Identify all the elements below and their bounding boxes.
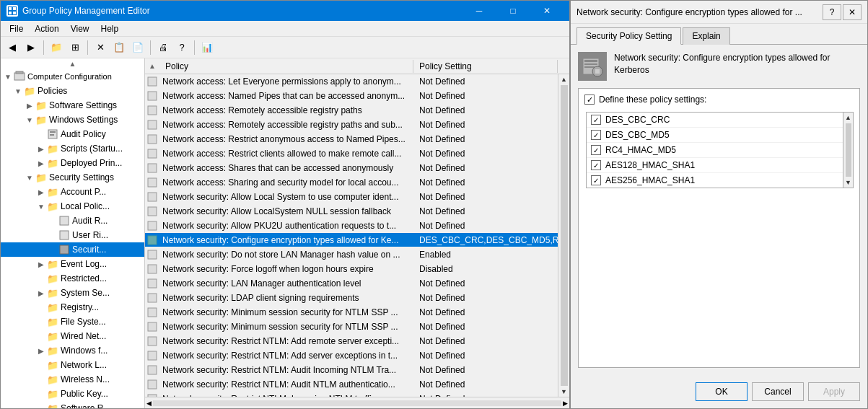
define-policy-checkbox[interactable]: ✓ xyxy=(584,94,595,105)
tree-item-audit-r[interactable]: Audit R... xyxy=(1,214,144,228)
tree-item-scripts[interactable]: ▶ 📁 Scripts (Startu... xyxy=(1,141,144,156)
list-scroll-up[interactable]: ▲ xyxy=(145,61,159,71)
enc-checkbox-des-cbc-md5[interactable]: ✓ xyxy=(591,130,601,140)
tree-item-account-policy[interactable]: ▶ 📁 Account P... xyxy=(1,185,144,199)
list-row[interactable]: Network security: Restrict NTLM: Audit N… xyxy=(145,377,558,392)
tree-item-wireless-n[interactable]: 📁 Wireless N... xyxy=(1,372,144,387)
list-horizontal-scrollbar[interactable]: ◀ ▶ xyxy=(145,397,569,408)
folder-button[interactable]: 📁 xyxy=(48,39,65,56)
enc-scroll-down[interactable]: ▼ xyxy=(843,177,854,188)
tree-item-user-ri[interactable]: User Ri... xyxy=(1,228,144,242)
list-row[interactable]: Network access: Sharing and security mod… xyxy=(145,175,558,190)
menu-bar: File Action View Help xyxy=(1,21,569,37)
enc-scroll-up[interactable]: ▲ xyxy=(843,113,854,123)
tree-item-computer-config[interactable]: ▼ Computer Configuration xyxy=(1,69,144,84)
list-row[interactable]: Network access: Remotely accessible regi… xyxy=(145,103,558,118)
report-button[interactable]: 📊 xyxy=(198,39,216,56)
apply-button[interactable]: Apply xyxy=(808,382,860,401)
list-row[interactable]: Network access: Restrict clients allowed… xyxy=(145,146,558,161)
col-header-policy[interactable]: Policy xyxy=(159,60,413,73)
enc-row-aes256[interactable]: ✓ AES256_HMAC_SHA1 xyxy=(587,173,843,188)
dialog-help-btn[interactable]: ? xyxy=(823,4,841,20)
enc-checkbox-des-cbc-crc[interactable]: ✓ xyxy=(591,115,601,125)
tree-item-file-syste[interactable]: 📁 File Syste... xyxy=(1,315,144,329)
enc-row-des-cbc-crc[interactable]: ✓ DES_CBC_CRC xyxy=(587,113,843,128)
list-row[interactable]: Network access: Restrict anonymous acces… xyxy=(145,132,558,146)
tree-item-wired-net[interactable]: 📁 Wired Net... xyxy=(1,329,144,343)
h-scroll-left-btn[interactable]: ◀ xyxy=(146,400,152,407)
enc-checkbox-aes128[interactable]: ✓ xyxy=(591,160,601,170)
menu-action[interactable]: Action xyxy=(29,22,64,35)
minimize-button[interactable]: ─ xyxy=(463,1,496,21)
copy-button[interactable]: 📋 xyxy=(110,39,128,56)
enc-row-aes128[interactable]: ✓ AES128_HMAC_SHA1 xyxy=(587,158,843,173)
paste-button[interactable]: 📄 xyxy=(129,39,146,56)
tree-item-local-policy[interactable]: ▼ 📁 Local Polic... xyxy=(1,199,144,214)
tree-item-system-se[interactable]: ▶ 📁 System Se... xyxy=(1,286,144,300)
h-scroll-right-btn[interactable]: ▶ xyxy=(563,400,568,407)
list-row[interactable]: Network access: Shares that can be acces… xyxy=(145,161,558,175)
scroll-up-btn[interactable]: ▲ xyxy=(559,74,569,84)
enc-list-scrollbar[interactable]: ▲ ▼ xyxy=(843,112,854,188)
col-header-setting[interactable]: Policy Setting xyxy=(413,60,558,73)
list-row[interactable]: Network access: Let Everyone permissions… xyxy=(145,74,558,89)
tree-item-event-log[interactable]: ▶ 📁 Event Log... xyxy=(1,257,144,271)
list-row[interactable]: Network security: LAN Manager authentica… xyxy=(145,276,558,291)
dialog-close-btn[interactable]: ✕ xyxy=(843,4,862,20)
list-row[interactable]: Network security: Restrict NTLM: Incomin… xyxy=(145,392,558,397)
list-row[interactable]: Network security: Restrict NTLM: Add rem… xyxy=(145,334,558,348)
folder-icon-file-syste: 📁 xyxy=(47,316,58,327)
close-main-button[interactable]: ✕ xyxy=(530,1,564,21)
cut-button[interactable]: ✕ xyxy=(92,39,109,56)
row-icon xyxy=(145,192,159,202)
tab-explain[interactable]: Explain xyxy=(683,27,729,45)
tree-item-registry[interactable]: 📁 Registry... xyxy=(1,300,144,315)
tree-item-windows-settings[interactable]: ▼ 📁 Windows Settings xyxy=(1,113,144,127)
menu-view[interactable]: View xyxy=(65,22,95,35)
list-row[interactable]: Network security: Allow LocalSystem NULL… xyxy=(145,204,558,219)
back-button[interactable]: ◀ xyxy=(4,39,21,56)
tree-item-securit[interactable]: Securit... xyxy=(1,242,144,257)
scroll-down-btn[interactable]: ▼ xyxy=(559,387,569,397)
enc-checkbox-rc4-hmac-md5[interactable]: ✓ xyxy=(591,145,601,155)
menu-file[interactable]: File xyxy=(4,22,29,35)
list-row[interactable]: Network security: Allow Local System to … xyxy=(145,190,558,204)
tree-label-computer-config: Computer Configuration xyxy=(27,72,112,81)
tab-security-policy[interactable]: Security Policy Setting xyxy=(577,27,681,45)
list-row-selected[interactable]: Network security: Configure encryption t… xyxy=(145,233,558,247)
list-row[interactable]: Network security: Restrict NTLM: Add ser… xyxy=(145,348,558,363)
list-row[interactable]: Network security: Do not store LAN Manag… xyxy=(145,247,558,262)
list-row[interactable]: Network security: LDAP client signing re… xyxy=(145,291,558,305)
ok-button[interactable]: OK xyxy=(696,382,748,401)
list-vertical-scrollbar[interactable]: ▲ ▼ xyxy=(558,74,569,397)
tree-item-windows-f[interactable]: ▶ 📁 Windows f... xyxy=(1,343,144,358)
grid-button[interactable]: ⊞ xyxy=(66,39,84,56)
tree-item-software-settings[interactable]: ▶ 📁 Software Settings xyxy=(1,98,144,113)
list-row[interactable]: Network security: Restrict NTLM: Audit I… xyxy=(145,363,558,377)
tree-item-policies[interactable]: ▼ 📁 Policies xyxy=(1,84,144,98)
tree-item-restricted[interactable]: 📁 Restricted... xyxy=(1,271,144,286)
maximize-button[interactable]: □ xyxy=(496,1,530,21)
list-row[interactable]: Network security: Force logoff when logo… xyxy=(145,262,558,276)
enc-row-rc4-hmac-md5[interactable]: ✓ RC4_HMAC_MD5 xyxy=(587,143,843,158)
list-row[interactable]: Network security: Minimum session securi… xyxy=(145,305,558,320)
tree-item-security-settings[interactable]: ▼ 📁 Security Settings xyxy=(1,170,144,185)
print-button[interactable]: 🖨 xyxy=(154,39,172,56)
forward-button[interactable]: ▶ xyxy=(22,39,40,56)
tree-item-deployed[interactable]: ▶ 📁 Deployed Prin... xyxy=(1,156,144,170)
row-setting: Not Defined xyxy=(413,177,558,188)
tree-item-audit-policy[interactable]: Audit Policy xyxy=(1,127,144,141)
tree-scroll-up[interactable]: ▲ xyxy=(1,58,144,69)
help-button[interactable]: ? xyxy=(173,39,190,56)
enc-checkbox-aes256[interactable]: ✓ xyxy=(591,175,601,185)
menu-help[interactable]: Help xyxy=(95,22,125,35)
list-row[interactable]: Network security: Allow PKU2U authentica… xyxy=(145,219,558,233)
enc-row-des-cbc-md5[interactable]: ✓ DES_CBC_MD5 xyxy=(587,128,843,143)
tree-item-network-l[interactable]: 📁 Network L... xyxy=(1,358,144,372)
tree-item-public-key[interactable]: 📁 Public Key... xyxy=(1,387,144,401)
list-row[interactable]: Network security: Minimum session securi… xyxy=(145,320,558,334)
tree-item-software-r[interactable]: 📁 Software R... xyxy=(1,401,144,408)
list-row[interactable]: Network access: Remotely accessible regi… xyxy=(145,118,558,132)
cancel-button[interactable]: Cancel xyxy=(752,382,804,401)
list-row[interactable]: Network access: Named Pipes that can be … xyxy=(145,89,558,103)
